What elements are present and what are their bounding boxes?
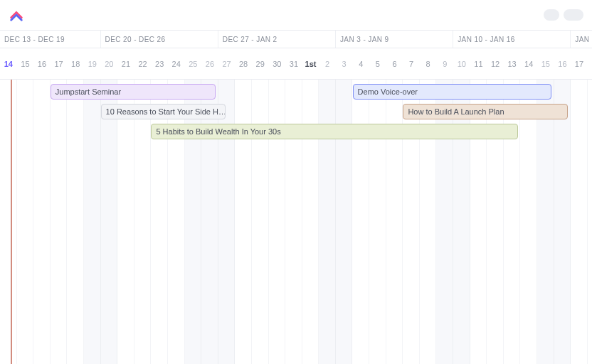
day-cell[interactable]: 24 xyxy=(168,60,185,68)
grid-column xyxy=(0,80,17,364)
day-cell[interactable]: 4 xyxy=(352,60,369,68)
day-cell[interactable]: 23 xyxy=(151,60,168,68)
grid-column xyxy=(571,80,588,364)
day-cell[interactable]: 18 xyxy=(67,60,84,68)
day-cell[interactable]: 11 xyxy=(470,60,487,68)
grid-column xyxy=(218,80,236,364)
week-header: JAN 3 - JAN 9 xyxy=(336,31,453,48)
grid-column xyxy=(117,80,134,364)
day-cell[interactable]: 16 xyxy=(554,60,571,68)
day-cell[interactable]: 20 xyxy=(101,60,118,68)
grid-column xyxy=(201,80,218,364)
grid-column xyxy=(101,80,118,364)
day-cell[interactable]: 19 xyxy=(84,60,101,68)
grid-column xyxy=(168,80,185,364)
grid-column xyxy=(369,80,386,364)
grid-column xyxy=(470,80,487,364)
grid-column xyxy=(235,80,252,364)
topbar xyxy=(0,0,592,30)
day-cell[interactable]: 5 xyxy=(369,60,386,68)
grid-column xyxy=(336,80,353,364)
action-button-1[interactable] xyxy=(544,9,559,21)
grid-column xyxy=(302,80,319,364)
timeline[interactable]: Jumpstart Seminar10 Reasons to Start You… xyxy=(0,80,592,364)
day-cell[interactable]: 8 xyxy=(420,60,437,68)
day-cell[interactable]: 1st xyxy=(302,60,319,68)
day-cell[interactable]: 10 xyxy=(453,60,470,68)
today-line xyxy=(11,80,12,364)
day-cell[interactable]: 28 xyxy=(235,60,252,68)
grid-column xyxy=(84,80,101,364)
action-button-2[interactable] xyxy=(564,9,583,21)
day-cell[interactable]: 16 xyxy=(33,60,51,68)
grid-column xyxy=(504,80,521,364)
grid-column xyxy=(520,80,537,364)
day-cell[interactable]: 31 xyxy=(285,60,302,68)
day-cell[interactable]: 3 xyxy=(336,60,353,68)
day-cell[interactable]: 9 xyxy=(436,60,453,68)
day-cell[interactable]: 13 xyxy=(504,60,521,68)
day-cell[interactable]: 29 xyxy=(252,60,269,68)
timeline-grid xyxy=(0,80,592,364)
day-cell[interactable]: 14 xyxy=(0,60,17,68)
day-cell[interactable]: 6 xyxy=(386,60,403,68)
grid-column xyxy=(386,80,403,364)
day-cell[interactable]: 7 xyxy=(403,60,420,68)
grid-column xyxy=(420,80,437,364)
day-cell[interactable]: 25 xyxy=(185,60,202,68)
grid-column xyxy=(436,80,453,364)
task-bar[interactable]: Demo Voice-over xyxy=(353,84,551,100)
grid-column xyxy=(51,80,68,364)
grid-column xyxy=(33,80,51,364)
grid-column xyxy=(285,80,302,364)
task-bar[interactable]: Jumpstart Seminar xyxy=(51,84,216,100)
day-cell[interactable]: 22 xyxy=(134,60,152,68)
week-header-row: DEC 13 - DEC 19DEC 20 - DEC 26DEC 27 - J… xyxy=(0,30,592,48)
topbar-actions xyxy=(544,9,583,21)
task-bar[interactable]: 5 Habits to Build Wealth In Your 30s xyxy=(151,124,517,139)
day-cell[interactable]: 12 xyxy=(487,60,504,68)
day-cell[interactable]: 17 xyxy=(51,60,68,68)
week-header: JAN 10 - JAN 16 xyxy=(453,31,571,48)
day-cell[interactable]: 15 xyxy=(537,60,554,68)
day-cell[interactable]: 26 xyxy=(201,60,218,68)
grid-column xyxy=(554,80,571,364)
grid-column xyxy=(185,80,202,364)
grid-column xyxy=(403,80,420,364)
grid-column xyxy=(453,80,470,364)
task-bar[interactable]: 10 Reasons to Start Your Side H… xyxy=(101,104,226,119)
clickup-logo-icon xyxy=(9,7,24,23)
week-header: DEC 27 - JAN 2 xyxy=(218,31,336,48)
day-cell[interactable]: 21 xyxy=(117,60,134,68)
grid-column xyxy=(151,80,168,364)
grid-column xyxy=(537,80,554,364)
week-header: DEC 20 - DEC 26 xyxy=(101,31,218,48)
grid-column xyxy=(252,80,269,364)
day-header-row: 1415161718192021222324252627282930311st2… xyxy=(0,48,592,80)
day-cell[interactable]: 17 xyxy=(571,60,588,68)
grid-column xyxy=(352,80,369,364)
day-cell[interactable]: 15 xyxy=(17,60,34,68)
day-cell[interactable]: 30 xyxy=(269,60,286,68)
grid-column xyxy=(67,80,84,364)
week-header: JAN xyxy=(571,31,592,48)
grid-column xyxy=(269,80,286,364)
day-cell[interactable]: 14 xyxy=(520,60,537,68)
week-header: DEC 13 - DEC 19 xyxy=(0,31,101,48)
day-cell[interactable]: 27 xyxy=(218,60,236,68)
task-bar[interactable]: How to Build A Launch Plan xyxy=(403,104,568,119)
grid-column xyxy=(134,80,152,364)
grid-column xyxy=(487,80,504,364)
grid-column xyxy=(319,80,336,364)
day-cell[interactable]: 2 xyxy=(319,60,336,68)
grid-column xyxy=(17,80,34,364)
